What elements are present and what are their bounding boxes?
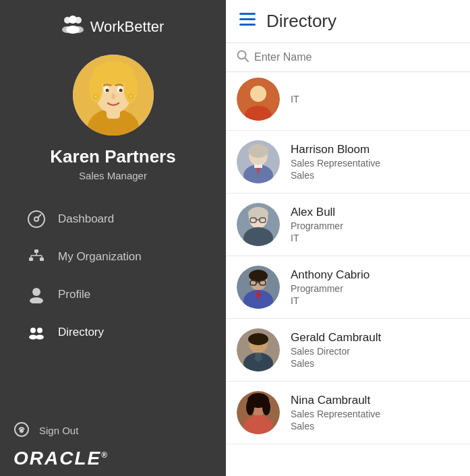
avatar <box>237 328 280 371</box>
svg-point-16 <box>119 89 122 92</box>
dir-role: IT <box>291 94 299 105</box>
main-content: Directory IT <box>226 0 470 476</box>
svg-rect-23 <box>34 249 38 253</box>
dir-info: Harrison Bloom Sales Representative Sale… <box>291 143 380 181</box>
svg-rect-40 <box>239 24 256 26</box>
search-icon <box>237 50 249 65</box>
dir-info: IT <box>291 94 299 105</box>
svg-point-15 <box>105 89 109 92</box>
svg-point-19 <box>129 94 133 98</box>
dir-info: Alex Bull Programmer IT <box>291 206 343 243</box>
dir-role: Programmer <box>291 220 343 231</box>
svg-point-32 <box>30 328 36 333</box>
svg-rect-38 <box>239 13 256 15</box>
svg-point-52 <box>251 159 254 162</box>
app-header: WorkBetter <box>62 0 165 49</box>
svg-rect-24 <box>29 258 33 261</box>
avatar <box>237 78 280 121</box>
page-title: Directory <box>266 11 336 32</box>
svg-line-42 <box>245 58 248 61</box>
svg-point-17 <box>111 94 115 99</box>
svg-rect-25 <box>40 258 44 261</box>
sign-out-label: Sign Out <box>39 425 78 436</box>
profile-label: Profile <box>58 288 90 301</box>
sidebar-item-profile[interactable]: Profile <box>13 276 212 314</box>
sidebar-item-dashboard[interactable]: Dashboard <box>13 200 212 238</box>
list-item[interactable]: Alex Bull Programmer IT <box>226 194 470 256</box>
dir-dept: Sales <box>291 358 381 369</box>
list-item[interactable]: Nina Cambrault Sales Representative Sale… <box>226 382 470 444</box>
directory-label: Directory <box>58 326 104 339</box>
profile-icon <box>27 285 46 304</box>
dashboard-label: Dashboard <box>58 212 114 226</box>
dir-role: Sales Director <box>291 346 381 357</box>
dir-dept: Sales <box>291 421 380 432</box>
svg-point-44 <box>250 86 266 102</box>
svg-point-80 <box>262 399 270 415</box>
hamburger-button[interactable] <box>239 13 256 30</box>
dir-role: Sales Representative <box>291 409 380 419</box>
dir-name: Anthony Cabrio <box>291 268 370 282</box>
dir-role: Sales Representative <box>291 158 380 169</box>
nav-list: Dashboard My Organization <box>0 200 226 351</box>
dir-name: Nina Cambrault <box>291 394 380 407</box>
search-input[interactable] <box>254 51 459 63</box>
svg-point-79 <box>246 399 254 415</box>
svg-point-34 <box>37 328 42 333</box>
list-item[interactable]: Anthony Cabrio Programmer IT <box>226 256 470 319</box>
user-name: Karen Partners <box>50 146 175 167</box>
org-label: My Organization <box>58 250 142 264</box>
sidebar-item-org[interactable]: My Organization <box>13 238 212 276</box>
search-bar <box>226 43 470 72</box>
list-item[interactable]: Harrison Bloom Sales Representative Sale… <box>226 131 470 194</box>
sign-out-icon <box>13 421 30 440</box>
svg-point-5 <box>66 26 80 34</box>
list-item[interactable]: Gerald Cambrault Sales Director Sales <box>226 319 470 382</box>
svg-point-37 <box>20 429 24 433</box>
dir-info: Nina Cambrault Sales Representative Sale… <box>291 394 380 432</box>
svg-point-48 <box>248 144 268 158</box>
dir-dept: IT <box>291 233 343 243</box>
svg-rect-51 <box>254 165 262 168</box>
user-avatar <box>73 55 154 136</box>
dir-name: Alex Bull <box>291 206 343 219</box>
svg-point-35 <box>36 335 44 340</box>
dir-name: Harrison Bloom <box>291 143 380 156</box>
avatar <box>237 203 280 246</box>
org-icon <box>27 247 46 266</box>
list-item[interactable]: IT <box>226 72 470 131</box>
avatar <box>237 140 280 183</box>
app-title: WorkBetter <box>90 18 165 36</box>
avatar <box>237 391 280 434</box>
directory-icon <box>27 323 46 342</box>
directory-list: IT Harris <box>226 72 470 476</box>
top-bar: Directory <box>226 0 470 43</box>
dir-name: Gerald Cambrault <box>291 331 381 345</box>
user-title: Sales Manager <box>79 170 147 181</box>
sidebar-item-directory[interactable]: Directory <box>13 314 212 351</box>
dashboard-icon <box>27 210 46 229</box>
sidebar-bottom: Sign Out ORACLE® <box>0 407 226 476</box>
svg-point-2 <box>69 16 77 24</box>
svg-point-18 <box>94 94 98 98</box>
dir-dept: IT <box>291 295 370 306</box>
dir-info: Gerald Cambrault Sales Director Sales <box>291 331 381 369</box>
avatar <box>237 266 280 309</box>
svg-point-71 <box>248 333 268 345</box>
sidebar: WorkBetter <box>0 0 226 476</box>
workbetter-icon <box>62 15 84 38</box>
svg-point-30 <box>32 288 40 296</box>
oracle-logo: ORACLE® <box>13 448 109 469</box>
svg-point-53 <box>263 159 266 162</box>
dir-info: Anthony Cabrio Programmer IT <box>291 268 370 306</box>
svg-point-22 <box>35 218 38 220</box>
dir-dept: Sales <box>291 170 380 181</box>
svg-rect-39 <box>239 18 256 20</box>
dir-role: Programmer <box>291 283 370 294</box>
sign-out-button[interactable]: Sign Out <box>13 417 78 444</box>
svg-point-31 <box>30 297 43 303</box>
